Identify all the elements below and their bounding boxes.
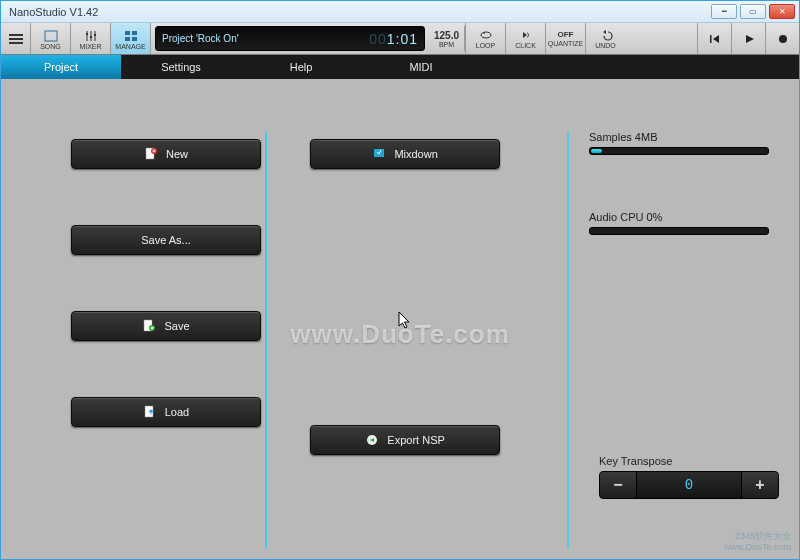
- menu-icon[interactable]: [1, 23, 31, 54]
- save-as-label: Save As...: [141, 234, 191, 246]
- titlebar: NanoStudio V1.42 ━ ▭ ✕: [1, 1, 799, 23]
- load-button[interactable]: Load: [71, 397, 261, 427]
- export-label: Export NSP: [387, 434, 444, 446]
- rewind-icon: [708, 33, 722, 45]
- mixer-icon: [84, 30, 98, 42]
- new-icon: [144, 147, 158, 161]
- audio-cpu-label: Audio CPU 0%: [589, 211, 769, 223]
- export-icon: [365, 433, 379, 447]
- window-controls: ━ ▭ ✕: [711, 4, 795, 19]
- mixdown-button[interactable]: Mixdown: [310, 139, 500, 169]
- svg-point-12: [779, 35, 787, 43]
- key-transpose-control: − 0 +: [599, 471, 779, 499]
- project-name: Project 'Rock On': [162, 33, 239, 44]
- content-area: New Save As... Save: [1, 79, 799, 559]
- click-icon: [519, 29, 533, 41]
- window-title: NanoStudio V1.42: [5, 6, 98, 18]
- mixdown-label: Mixdown: [394, 148, 437, 160]
- record-icon: [776, 33, 790, 45]
- loop-label: LOOP: [476, 42, 495, 49]
- key-transpose-plus[interactable]: +: [742, 472, 778, 498]
- tab-project[interactable]: Project: [1, 55, 121, 79]
- save-button[interactable]: Save: [71, 311, 261, 341]
- corner-watermark: 2345软件大全 www.DuoTe.com: [724, 531, 791, 553]
- song-icon: [44, 30, 58, 42]
- save-label: Save: [164, 320, 189, 332]
- click-label: CLICK: [515, 42, 536, 49]
- svg-rect-10: [132, 37, 137, 41]
- svg-rect-6: [94, 34, 96, 36]
- save-as-button[interactable]: Save As...: [71, 225, 261, 255]
- new-button[interactable]: New: [71, 139, 261, 169]
- loop-icon: [479, 29, 493, 41]
- bpm-value: 125.0: [434, 30, 459, 41]
- manage-button[interactable]: MANAGE: [111, 23, 151, 54]
- svg-rect-9: [125, 37, 130, 41]
- quantize-state: OFF: [558, 30, 574, 39]
- click-button[interactable]: CLICK: [505, 23, 545, 54]
- key-transpose-minus[interactable]: −: [600, 472, 636, 498]
- song-button[interactable]: SONG: [31, 23, 71, 54]
- samples-track: [589, 147, 769, 155]
- tabs: Project Settings Help MIDI: [1, 55, 799, 79]
- svg-rect-0: [45, 31, 57, 41]
- column-right: Samples 4MB Audio CPU 0% Key Transpose: [559, 139, 769, 529]
- bpm-display[interactable]: 125.0 BPM: [429, 26, 465, 51]
- loop-button[interactable]: LOOP: [465, 23, 505, 54]
- view-buttons: SONG MIXER MANAGE: [31, 23, 151, 54]
- undo-button[interactable]: UNDO: [585, 23, 625, 54]
- app-window: NanoStudio V1.42 ━ ▭ ✕ SONG MIXER: [0, 0, 800, 560]
- tab-help[interactable]: Help: [241, 55, 361, 79]
- column-middle: Mixdown Export NSP: [280, 139, 559, 529]
- column-left: New Save As... Save: [31, 139, 280, 529]
- samples-fill: [591, 149, 602, 153]
- divider-right: [567, 131, 569, 549]
- manage-icon: [124, 30, 138, 42]
- tab-midi[interactable]: MIDI: [361, 55, 481, 79]
- manage-label: MANAGE: [115, 43, 145, 50]
- samples-label: Samples 4MB: [589, 131, 769, 143]
- svg-rect-11: [710, 35, 712, 43]
- record-button[interactable]: [765, 23, 799, 54]
- undo-label: UNDO: [595, 42, 616, 49]
- export-nsp-button[interactable]: Export NSP: [310, 425, 500, 455]
- project-lcd: Project 'Rock On' 001:01: [155, 26, 425, 51]
- minimize-button[interactable]: ━: [711, 4, 737, 19]
- app-toolbar: SONG MIXER MANAGE Project 'Rock On' 001:…: [1, 23, 799, 55]
- new-label: New: [166, 148, 188, 160]
- mixer-label: MIXER: [79, 43, 101, 50]
- key-transpose: Key Transpose − 0 +: [599, 455, 779, 499]
- load-icon: [143, 405, 157, 419]
- svg-rect-8: [132, 31, 137, 35]
- save-icon: [142, 319, 156, 333]
- svg-rect-7: [125, 31, 130, 35]
- right-tools: LOOP CLICK OFF QUANTIZE UNDO: [465, 23, 625, 54]
- mixdown-icon: [372, 147, 386, 161]
- play-icon: [742, 33, 756, 45]
- time-display: 001:01: [369, 31, 418, 47]
- audio-cpu-track: [589, 227, 769, 235]
- divider-left: [265, 131, 267, 549]
- key-transpose-value[interactable]: 0: [637, 472, 741, 498]
- quantize-label: QUANTIZE: [548, 40, 583, 47]
- tab-settings[interactable]: Settings: [121, 55, 241, 79]
- load-label: Load: [165, 406, 189, 418]
- undo-icon: [599, 29, 613, 41]
- play-button[interactable]: [731, 23, 765, 54]
- song-label: SONG: [40, 43, 61, 50]
- key-transpose-label: Key Transpose: [599, 455, 779, 467]
- close-button[interactable]: ✕: [769, 4, 795, 19]
- mixer-button[interactable]: MIXER: [71, 23, 111, 54]
- bpm-label: BPM: [439, 41, 454, 48]
- quantize-button[interactable]: OFF QUANTIZE: [545, 23, 585, 54]
- samples-meter: Samples 4MB: [589, 131, 769, 155]
- svg-rect-5: [90, 36, 92, 38]
- rewind-button[interactable]: [697, 23, 731, 54]
- audio-cpu-meter: Audio CPU 0%: [589, 211, 769, 235]
- transport: [697, 23, 799, 54]
- maximize-button[interactable]: ▭: [740, 4, 766, 19]
- svg-rect-4: [86, 33, 88, 35]
